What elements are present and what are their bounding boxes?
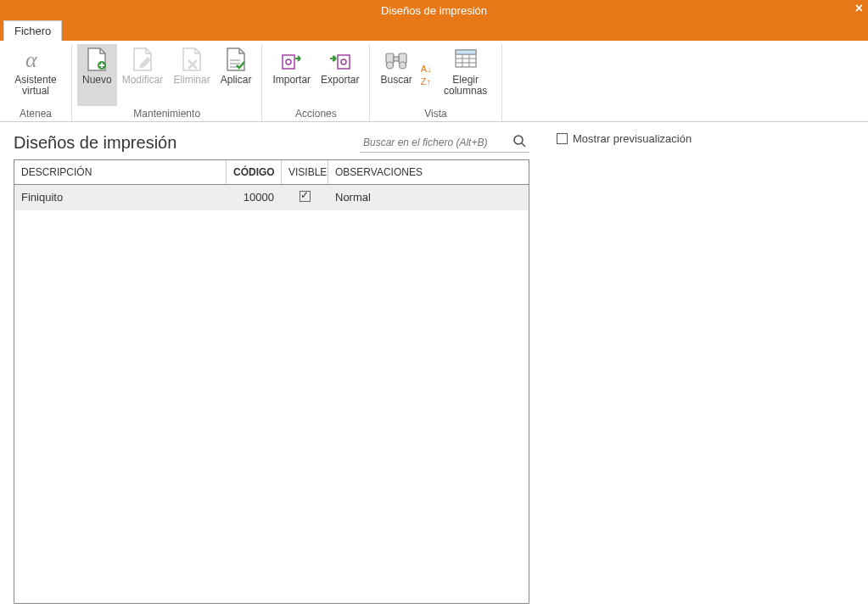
importar-label: Importar <box>272 75 311 86</box>
page-delete-icon <box>178 46 205 73</box>
svg-rect-6 <box>394 57 399 61</box>
asistente-button[interactable]: α Asistente virtual <box>5 44 66 106</box>
search-input[interactable] <box>363 137 512 148</box>
preview-checkbox[interactable]: Mostrar previsualización <box>557 132 854 145</box>
import-icon <box>278 46 305 73</box>
table-row[interactable]: Finiquito 10000 Normal <box>14 185 529 210</box>
page-title: Diseños de impresión <box>14 133 176 153</box>
buscar-button[interactable]: Buscar <box>375 44 417 106</box>
page-check-icon <box>222 46 249 73</box>
sort-desc-button[interactable]: Z↑ <box>421 76 432 87</box>
columns-icon <box>452 46 479 73</box>
aplicar-button[interactable]: Aplicar <box>216 44 257 106</box>
svg-point-8 <box>400 62 406 69</box>
group-label-atenea: Atenea <box>5 106 66 121</box>
cell-visible <box>282 185 328 210</box>
binoculars-icon <box>383 46 410 73</box>
preview-label: Mostrar previsualización <box>573 132 692 145</box>
sort-controls: A↓ Z↑ <box>417 44 435 106</box>
nuevo-label: Nuevo <box>82 75 112 86</box>
tab-row: Fichero <box>0 20 868 41</box>
eliminar-label: Eliminar <box>173 75 210 86</box>
data-grid: DESCRIPCIÓN CÓDIGO VISIBLE OBSERVACIONES… <box>14 159 529 604</box>
importar-button[interactable]: Importar <box>267 44 316 106</box>
exportar-label: Exportar <box>321 75 359 86</box>
ribbon: α Asistente virtual Atenea Nuevo <box>0 41 868 122</box>
exportar-button[interactable]: Exportar <box>316 44 364 106</box>
titlebar: Diseños de impresión × <box>0 0 868 20</box>
page-add-icon <box>83 46 110 73</box>
svg-rect-10 <box>456 50 476 54</box>
svg-point-7 <box>387 62 394 69</box>
col-observaciones[interactable]: OBSERVACIONES <box>328 160 529 184</box>
page-edit-icon <box>129 46 156 73</box>
search-icon[interactable] <box>512 134 526 150</box>
export-icon <box>327 46 354 73</box>
col-visible[interactable]: VISIBLE <box>282 160 328 184</box>
left-pane: Diseños de impresión DESCRIPCIÓN CÓDIGO … <box>0 122 543 614</box>
check-icon <box>300 191 311 202</box>
nuevo-button[interactable]: Nuevo <box>77 44 117 106</box>
cell-codigo: 10000 <box>227 185 282 210</box>
ribbon-group-mantenimiento: Nuevo Modificar <box>72 44 262 121</box>
elegir-columnas-button[interactable]: Elegir columnas <box>435 44 496 106</box>
asistente-label: Asistente virtual <box>10 75 61 97</box>
window-title: Diseños de impresión <box>381 4 487 17</box>
alpha-icon: α <box>22 46 49 73</box>
checkbox-icon <box>557 133 568 144</box>
buscar-label: Buscar <box>380 75 412 86</box>
grid-header: DESCRIPCIÓN CÓDIGO VISIBLE OBSERVACIONES <box>14 160 529 185</box>
content-area: Diseños de impresión DESCRIPCIÓN CÓDIGO … <box>0 122 868 614</box>
ribbon-group-vista: Buscar A↓ Z↑ Elegir columnas <box>370 44 501 121</box>
eliminar-button[interactable]: Eliminar <box>168 44 215 106</box>
tab-fichero[interactable]: Fichero <box>3 20 62 41</box>
ribbon-group-atenea: α Asistente virtual Atenea <box>0 44 72 121</box>
grid-body: Finiquito 10000 Normal <box>14 185 529 603</box>
header-row: Diseños de impresión <box>14 132 529 153</box>
sort-desc-icon: Z↑ <box>421 76 431 87</box>
sort-asc-button[interactable]: A↓ <box>421 64 432 74</box>
sort-asc-icon: A↓ <box>421 64 432 74</box>
modificar-button[interactable]: Modificar <box>117 44 169 106</box>
svg-text:α: α <box>25 47 38 72</box>
cell-observaciones: Normal <box>328 185 529 210</box>
col-descripcion[interactable]: DESCRIPCIÓN <box>14 160 227 184</box>
modificar-label: Modificar <box>122 75 164 86</box>
right-pane: Mostrar previsualización <box>543 122 868 614</box>
ribbon-group-acciones: Importar Exportar Acciones <box>262 44 370 121</box>
aplicar-label: Aplicar <box>221 75 252 86</box>
group-label-mantenimiento: Mantenimiento <box>77 106 256 121</box>
search-box[interactable] <box>360 132 529 153</box>
group-label-acciones: Acciones <box>267 106 364 121</box>
svg-point-11 <box>514 136 523 144</box>
elegir-columnas-label: Elegir columnas <box>440 75 491 97</box>
col-codigo[interactable]: CÓDIGO <box>227 160 282 184</box>
cell-descripcion: Finiquito <box>14 185 227 210</box>
close-icon[interactable]: × <box>855 0 863 17</box>
group-label-vista: Vista <box>375 106 496 121</box>
